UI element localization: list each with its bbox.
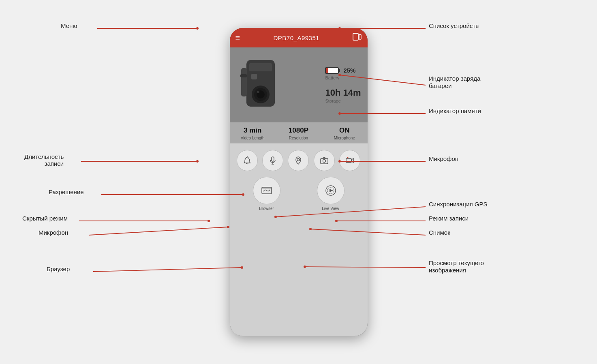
annotation-live-view: Просмотр текущегоизображения [429, 259, 484, 274]
svg-rect-12 [272, 157, 274, 161]
video-length-setting: 3 min Video Length [230, 126, 276, 140]
annotation-microphone-right: Микрофон [429, 155, 458, 163]
microphone-button[interactable] [262, 150, 283, 171]
battery-stat: 25% Battery [325, 67, 355, 80]
annotation-menu: Меню [61, 22, 77, 30]
camera-image [239, 56, 286, 115]
svg-marker-24 [330, 189, 333, 192]
annotation-battery: Индикатор заряда батареи [429, 75, 480, 90]
annotation-stealth: Скрытый режим [22, 215, 68, 222]
annotation-snapshot: Снимок [429, 229, 450, 236]
snapshot-item [314, 150, 335, 171]
resolution-value: 1080P [289, 126, 308, 135]
svg-rect-1 [359, 34, 361, 39]
annotation-device-list: Список устройств [429, 22, 479, 30]
browser-button[interactable] [253, 177, 280, 204]
menu-icon[interactable]: ≡ [235, 33, 240, 43]
svg-rect-18 [346, 158, 351, 163]
svg-point-42 [208, 220, 210, 222]
svg-point-46 [227, 226, 229, 228]
devices-list-icon[interactable] [353, 33, 362, 43]
phone-frame: ≡ DPB70_A99351 [230, 28, 368, 336]
storage-value: 10h 14m [325, 88, 361, 98]
live-view-label: Live View [322, 206, 339, 211]
microphone-value: ON [339, 126, 350, 135]
recording-mode-item [339, 150, 360, 171]
microphone-label: Microphone [334, 136, 355, 140]
battery-fill [326, 68, 328, 73]
settings-row: 3 min Video Length 1080P Resolution ON M… [230, 122, 368, 143]
svg-rect-0 [353, 33, 358, 40]
storage-label: Storage [325, 98, 341, 103]
recording-mode-button[interactable] [339, 150, 360, 171]
annotation-browser: Браузер [47, 266, 70, 273]
video-length-label: Video Length [241, 136, 265, 140]
svg-point-34 [196, 160, 199, 163]
controls-row-bottom: Browser Live View [235, 177, 363, 211]
device-stats: 25% Battery 10h 14m Storage [325, 67, 361, 103]
svg-point-19 [347, 157, 348, 158]
app-header: ≡ DPB70_A99351 [230, 28, 368, 47]
snapshot-button[interactable] [314, 150, 335, 171]
svg-point-26 [196, 27, 199, 30]
annotation-recording-duration: Длительностьзаписи [24, 153, 64, 167]
resolution-setting: 1080P Resolution [276, 126, 321, 140]
microphone-item [262, 150, 283, 171]
controls-row-top [235, 150, 363, 171]
device-image [236, 55, 289, 116]
resolution-label: Resolution [289, 136, 308, 140]
battery-label: Battery [325, 75, 339, 80]
svg-rect-7 [249, 63, 272, 71]
svg-rect-8 [251, 74, 257, 79]
browser-item: Browser [253, 177, 280, 211]
annotation-gps-sync: Синхронизация GPS [429, 201, 488, 208]
svg-point-15 [297, 158, 300, 161]
microphone-setting: ON Microphone [321, 126, 367, 140]
controls-section: Browser Live View [230, 143, 368, 336]
video-length-value: 3 min [244, 126, 261, 135]
svg-point-17 [323, 160, 325, 163]
svg-point-6 [257, 91, 259, 93]
stealth-mode-item [237, 150, 258, 171]
battery-body [325, 67, 339, 74]
annotation-resolution: Разрешение [49, 188, 84, 196]
battery-percent: 25% [343, 67, 355, 74]
browser-label: Browser [259, 206, 274, 211]
svg-line-49 [93, 268, 242, 272]
gps-sync-button[interactable] [288, 150, 309, 171]
app-title: DPB70_A99351 [274, 34, 320, 41]
device-info-section: 25% Battery 10h 14m Storage [230, 47, 368, 122]
storage-stat: 10h 14m Storage [325, 88, 361, 103]
stealth-mode-button[interactable] [237, 150, 258, 171]
svg-rect-9 [241, 68, 247, 96]
live-view-item: Live View [317, 177, 345, 211]
annotation-memory: Индикатор памяти [429, 107, 481, 115]
gps-sync-item [288, 150, 309, 171]
svg-line-45 [89, 227, 228, 235]
annotation-microphone-left: Микрофон [39, 229, 68, 236]
battery-tip [339, 69, 340, 72]
svg-rect-10 [240, 74, 247, 77]
annotation-recording-mode: Режим записи [429, 215, 469, 222]
live-view-button[interactable] [317, 177, 345, 204]
